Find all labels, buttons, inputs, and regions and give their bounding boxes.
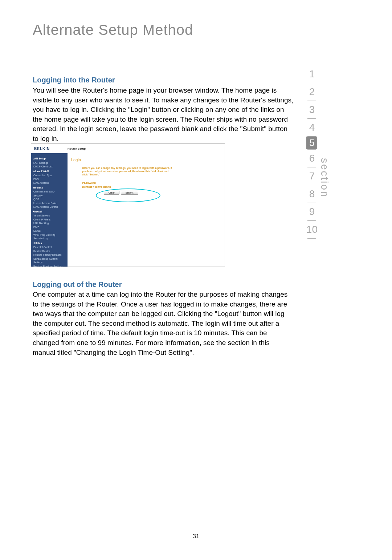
sidebar-dmz[interactable]: DMZ (33, 226, 66, 230)
password-label: Password (82, 181, 221, 184)
page-number: 31 (193, 533, 200, 540)
page-title: Alternate Setup Method (33, 22, 193, 38)
belkin-logo: BELKIN (31, 147, 68, 151)
section-nav-7[interactable]: 7 (309, 167, 315, 185)
sidebar: LAN Setup LAN Settings DHCP Client List … (31, 153, 68, 267)
heading-logging-out: Logging out of the Router (33, 280, 122, 289)
section-nav-5-active[interactable]: 5 (306, 137, 317, 149)
sidebar-utilities[interactable]: Utilities (33, 242, 66, 245)
clear-button[interactable]: Clear (104, 191, 119, 195)
sidebar-dns[interactable]: DNS (33, 178, 66, 182)
sidebar-mac-address[interactable]: MAC Address (33, 181, 66, 185)
sidebar-virtual-servers[interactable]: Virtual Servers (33, 214, 66, 218)
section-nav-10[interactable]: 10 (306, 221, 318, 238)
default-hint: Default = leave blank (82, 185, 221, 188)
sidebar-lan-setup[interactable]: LAN Setup (33, 157, 66, 161)
sidebar-dhcp-client-list[interactable]: DHCP Client List (33, 165, 66, 169)
sidebar-parental-control[interactable]: Parental Control (33, 245, 66, 249)
sidebar-internet-wan[interactable]: Internet WAN (33, 170, 66, 174)
sidebar-qos[interactable]: QOS (33, 198, 66, 202)
sidebar-firewall[interactable]: Firewall (33, 210, 66, 214)
sidebar-restore-factory[interactable]: Restore Factory Defaults (33, 253, 66, 257)
section-nav: 1 2 3 4 5 6 7 8 9 10 (306, 65, 318, 239)
login-instructions: Before you can change any settings, you … (82, 166, 173, 176)
section-nav-2[interactable]: 2 (309, 83, 315, 101)
router-login-screenshot: BELKIN Router Setup Home | Help | Login … (31, 143, 225, 267)
sidebar-url-blocking[interactable]: URL Blocking (33, 222, 66, 226)
sidebar-restore-previous[interactable]: Restore Previous Settings (33, 265, 66, 267)
login-main-panel: Login Before you can change any settings… (68, 153, 225, 267)
sidebar-connection-type[interactable]: Connection Type (33, 174, 66, 178)
submit-button[interactable]: Submit (121, 191, 138, 195)
paragraph-logging-in: You will see the Router's home page in y… (33, 86, 294, 144)
section-label: section (319, 158, 330, 198)
sidebar-security-log[interactable]: Security Log (33, 237, 66, 241)
paragraph-logging-out: One computer at a time can log into the … (33, 290, 294, 357)
section-nav-8[interactable]: 8 (309, 185, 315, 203)
heading-logging-in: Logging into the Router (33, 76, 115, 84)
sidebar-mac-address-control[interactable]: MAC Address Control (33, 205, 66, 209)
sidebar-use-as-ap[interactable]: Use as Access Point (33, 202, 66, 206)
sidebar-wireless[interactable]: Wireless (33, 186, 66, 190)
section-nav-4[interactable]: 4 (309, 119, 315, 136)
sidebar-restart-router[interactable]: Restart Router (33, 249, 66, 253)
sidebar-channel-ssid[interactable]: Channel and SSID (33, 190, 66, 194)
login-heading: Login (71, 158, 221, 162)
sidebar-wan-ping-blocking[interactable]: WAN Ping Blocking (33, 233, 66, 237)
title-underline (33, 40, 309, 40)
sidebar-ddns[interactable]: DDNS (33, 229, 66, 233)
sidebar-client-ip-filters[interactable]: Client IP Filters (33, 218, 66, 222)
section-nav-3[interactable]: 3 (309, 101, 315, 118)
sidebar-lan-settings[interactable]: LAN Settings (33, 161, 66, 165)
section-nav-9[interactable]: 9 (309, 203, 315, 220)
section-nav-6[interactable]: 6 (309, 150, 315, 167)
nav-divider (307, 238, 316, 239)
sidebar-security[interactable]: Security (33, 194, 66, 198)
section-nav-1[interactable]: 1 (309, 65, 315, 83)
sidebar-save-backup[interactable]: Save/Backup Current Settings (33, 257, 66, 265)
router-setup-label: Router Setup (68, 147, 86, 150)
